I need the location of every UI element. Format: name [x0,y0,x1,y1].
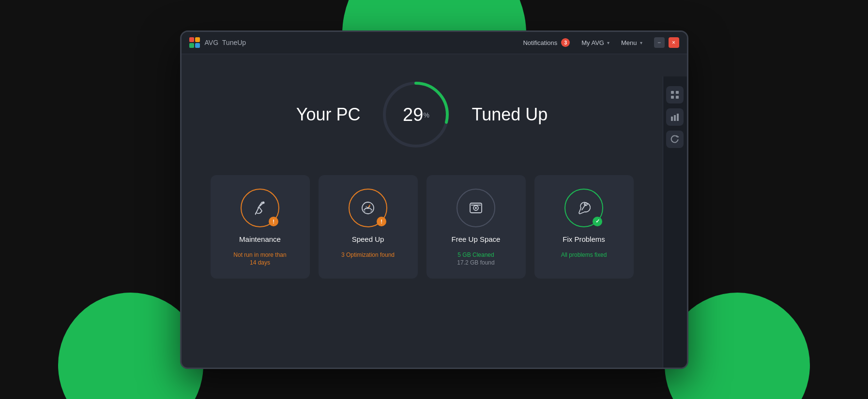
pc-score-section: Your PC 29% Tuned Up [296,78,548,151]
minimize-button[interactable]: − [654,37,665,48]
tuned-up-label: Tuned Up [472,104,548,125]
speed-up-card[interactable]: ! Speed Up 3 Optimization found [319,175,418,279]
svg-point-9 [262,201,265,204]
free-up-space-card[interactable]: Free Up Space 5 GB Cleaned 17.2 GB found [426,175,526,279]
maintenance-card[interactable]: ! Maintenance Not run in more than14 day… [211,175,310,279]
svg-rect-3 [676,96,679,99]
laptop: AVG TuneUp Notifications 3 My AVG ▾ Menu [180,30,688,369]
free-up-icon-wrapper [457,189,495,227]
svg-rect-1 [676,91,679,94]
speed-up-status-badge: ! [377,217,386,226]
close-button[interactable]: × [669,37,679,48]
app-title: AVG TuneUp [205,39,246,46]
refresh-button[interactable] [666,131,684,148]
free-up-space-title: Free Up Space [452,235,501,243]
svg-rect-6 [677,114,679,121]
maintenance-title: Maintenance [239,235,281,243]
logo-sq2 [195,37,200,42]
speed-up-subtitle: 3 Optimization found [341,251,395,259]
notifications-button[interactable]: Notifications 3 [523,38,570,47]
stats-button[interactable] [666,108,684,126]
menu-button[interactable]: Menu ▾ [621,39,642,46]
free-up-green-text: 5 GB Cleaned [457,251,494,259]
main-content: Your PC 29% Tuned Up [182,54,687,368]
menu-label: Menu [621,39,637,46]
grid-view-button[interactable] [666,86,684,103]
window-controls: − × [654,37,679,48]
fix-problems-card[interactable]: ✓ Fix Problems All problems fixed [534,175,634,279]
app-name: TuneUp [222,39,246,46]
logo-sq1 [189,37,194,42]
svg-rect-4 [671,117,673,121]
menu-chevron-icon: ▾ [640,40,642,45]
fix-problems-icon-wrapper: ✓ [564,189,603,227]
maintenance-status-badge: ! [269,217,278,226]
fix-problems-status-badge: ✓ [593,217,602,226]
svg-point-11 [367,207,369,209]
cards-row: ! Maintenance Not run in more than14 day… [211,175,634,279]
fix-problems-subtitle: All problems fixed [561,251,607,259]
score-percent: % [423,111,429,119]
maintenance-subtitle: Not run in more than14 days [233,251,286,267]
notifications-badge: 3 [561,38,570,47]
score-inner: 29% [403,104,429,125]
myavg-chevron-icon: ▾ [607,40,609,45]
svg-rect-5 [674,115,676,121]
right-sidebar [663,76,687,368]
title-bar-left: AVG TuneUp [189,37,246,48]
screen-body: Your PC 29% Tuned Up [182,54,687,368]
speed-up-icon-wrapper: ! [349,189,387,227]
logo-sq3 [189,43,194,48]
title-bar: AVG TuneUp Notifications 3 My AVG ▾ Menu [182,32,687,54]
free-up-space-subtitle: 5 GB Cleaned 17.2 GB found [457,251,494,267]
title-bar-right: Notifications 3 My AVG ▾ Menu ▾ − × [523,37,679,48]
notifications-label: Notifications [523,39,557,46]
myavg-label: My AVG [581,39,604,46]
score-circle: 29% [380,78,452,151]
background-wrapper: AVG TuneUp Notifications 3 My AVG ▾ Menu [0,0,868,399]
maintenance-icon-wrapper: ! [241,189,279,227]
speed-up-title: Speed Up [352,235,384,243]
logo-sq4 [195,43,200,48]
svg-point-14 [475,207,477,209]
svg-rect-2 [671,96,674,99]
fix-problems-title: Fix Problems [563,235,605,243]
free-up-icon-circle [457,189,495,227]
svg-rect-0 [671,91,674,94]
score-number: 29 [403,104,423,124]
laptop-screen: AVG TuneUp Notifications 3 My AVG ▾ Menu [180,30,688,369]
myavg-button[interactable]: My AVG ▾ [581,39,609,46]
brand-name: AVG [205,39,219,46]
your-pc-label: Your PC [296,104,361,125]
avg-logo [189,37,200,48]
